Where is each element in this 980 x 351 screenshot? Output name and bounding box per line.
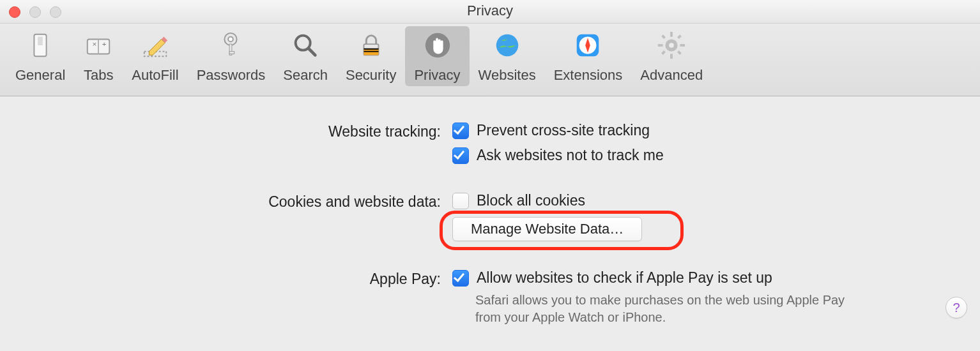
- titlebar: Privacy: [0, 0, 980, 24]
- manage-website-data-button[interactable]: Manage Website Data…: [452, 217, 642, 241]
- window-title: Privacy: [0, 3, 980, 19]
- tab-general[interactable]: General: [6, 26, 74, 86]
- lock-icon: [356, 30, 387, 61]
- svg-rect-31: [661, 50, 666, 55]
- tabs-icon: × +: [83, 30, 114, 61]
- prevent-cross-site-tracking-checkbox[interactable]: [452, 123, 469, 139]
- do-not-track-text: Ask websites not to track me: [477, 147, 664, 164]
- prevent-cross-site-tracking-text: Prevent cross-site tracking: [477, 122, 650, 139]
- privacy-pane: Website tracking: Prevent cross-site tra…: [0, 96, 980, 326]
- pencil-icon: [140, 30, 171, 61]
- tab-label: AutoFill: [132, 67, 178, 84]
- tab-websites[interactable]: Websites: [470, 26, 545, 86]
- do-not-track-checkbox[interactable]: [452, 147, 469, 164]
- svg-point-32: [669, 43, 674, 48]
- cookies-label: Cookies and website data:: [0, 192, 452, 211]
- key-icon: [215, 30, 246, 61]
- compass-icon: [572, 30, 603, 61]
- svg-rect-1: [38, 37, 43, 45]
- svg-marker-7: [149, 39, 165, 55]
- gear-icon: [656, 30, 687, 61]
- svg-rect-24: [670, 32, 673, 37]
- tab-label: Privacy: [414, 67, 460, 84]
- preferences-toolbar: General × + Tabs AutoFill: [0, 24, 980, 96]
- svg-rect-30: [677, 34, 682, 39]
- apple-pay-label: Apple Pay:: [0, 269, 452, 288]
- svg-rect-12: [230, 52, 235, 54]
- tab-label: General: [15, 67, 65, 84]
- block-all-cookies-checkbox[interactable]: [452, 193, 469, 209]
- tab-advanced[interactable]: Advanced: [631, 26, 712, 86]
- svg-text:×: ×: [93, 40, 97, 48]
- tab-extensions[interactable]: Extensions: [545, 26, 632, 86]
- svg-point-19: [496, 34, 518, 57]
- apple-pay-help-text: Safari allows you to make purchases on t…: [475, 292, 871, 326]
- block-all-cookies-text: Block all cookies: [477, 192, 585, 209]
- svg-line-14: [309, 49, 316, 56]
- tab-label: Websites: [479, 67, 536, 84]
- tab-label: Passwords: [197, 67, 266, 84]
- tab-label: Search: [283, 67, 328, 84]
- svg-point-10: [229, 37, 234, 42]
- tab-tabs[interactable]: × + Tabs: [74, 26, 123, 86]
- svg-rect-28: [661, 34, 666, 39]
- apple-pay-check-checkbox[interactable]: [452, 270, 469, 287]
- switch-icon: [25, 30, 56, 61]
- svg-text:+: +: [102, 40, 107, 48]
- magnifier-icon: [290, 30, 321, 61]
- tab-passwords[interactable]: Passwords: [188, 26, 275, 86]
- tab-autofill[interactable]: AutoFill: [123, 26, 187, 86]
- tab-label: Extensions: [554, 67, 623, 84]
- tab-security[interactable]: Security: [337, 26, 405, 86]
- tab-label: Security: [346, 67, 396, 84]
- svg-rect-26: [658, 44, 663, 47]
- svg-rect-29: [677, 50, 682, 55]
- tab-privacy[interactable]: Privacy: [405, 26, 469, 86]
- svg-rect-27: [680, 44, 685, 47]
- globe-icon: [492, 30, 523, 61]
- help-button[interactable]: ?: [946, 297, 967, 318]
- tab-search[interactable]: Search: [274, 26, 337, 86]
- website-tracking-label: Website tracking:: [0, 122, 452, 140]
- tab-label: Advanced: [640, 67, 703, 84]
- tab-label: Tabs: [84, 67, 113, 84]
- apple-pay-check-text: Allow websites to check if Apple Pay is …: [477, 269, 772, 287]
- hand-icon: [422, 30, 453, 61]
- svg-rect-25: [670, 54, 673, 59]
